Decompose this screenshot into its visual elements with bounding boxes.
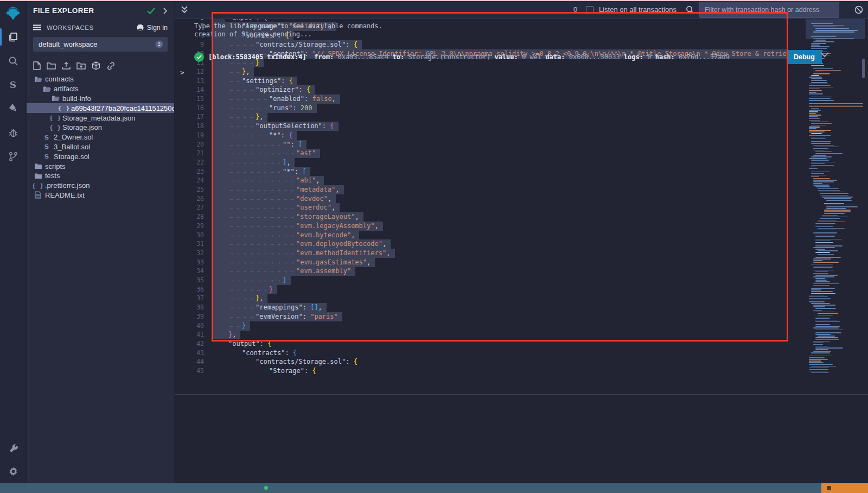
code-line: 15→→→→→→"enabled": false,	[175, 94, 868, 104]
code-line: 42"output": {	[175, 339, 868, 349]
tree-item[interactable]: tests	[27, 171, 174, 181]
line-number: 9	[175, 40, 204, 49]
minimap-line	[811, 291, 833, 292]
tree-item[interactable]: { }.prettierrc.json	[27, 181, 174, 191]
plugin-manager-icon[interactable]	[0, 435, 26, 459]
panel-title: FILE EXPLORER	[33, 7, 147, 15]
settings-gear-icon[interactable]	[0, 459, 26, 483]
status-bar	[0, 483, 868, 493]
minimap-line	[809, 90, 822, 91]
line-number: 14	[175, 85, 204, 94]
minimap-line	[818, 222, 845, 223]
terminal-collapse-icon[interactable]	[181, 6, 188, 14]
minimap-line	[811, 162, 836, 163]
tree-item-label: build-info	[62, 94, 91, 103]
minimap-line	[815, 271, 828, 273]
upload-file-icon[interactable]	[62, 61, 71, 70]
debug-button[interactable]: Debug	[787, 50, 822, 64]
git-icon[interactable]	[0, 144, 26, 168]
tree-item-label: 3_Ballot.sol	[54, 143, 90, 151]
tree-item[interactable]: SStorage.sol	[27, 151, 174, 161]
tx-expand-chevron-icon[interactable]	[820, 52, 829, 58]
tree-item[interactable]: README.txt	[27, 191, 174, 200]
minimap-line	[818, 336, 835, 337]
minimap-line	[811, 289, 821, 290]
minimap-line	[809, 167, 816, 168]
minimap[interactable]	[806, 19, 865, 376]
minimap-line	[813, 262, 839, 263]
search-icon[interactable]	[0, 49, 26, 73]
minimap-line	[813, 344, 823, 345]
transaction-filter-input[interactable]	[699, 2, 839, 18]
status-orange-badge[interactable]	[821, 483, 868, 493]
tree-item[interactable]: { }Storage_metadata.json	[27, 113, 174, 123]
minimap-line	[809, 89, 820, 90]
line-number: 43	[175, 349, 204, 358]
terminal-scrollbar[interactable]	[862, 59, 865, 78]
minimap-line	[811, 82, 827, 83]
minimap-line	[809, 105, 863, 106]
minimap-line	[818, 250, 838, 251]
solidity-compiler-icon[interactable]: S	[0, 73, 26, 97]
code-line: 30→→→→→→→→→→"evm.bytecode",	[175, 231, 868, 240]
minimap-line	[811, 165, 834, 166]
code-line: 35→→→→→→→→]	[175, 276, 868, 285]
minimap-line	[811, 138, 826, 140]
screenshot-top-border	[0, 0, 868, 1]
clear-console-icon[interactable]	[854, 5, 863, 14]
tree-item[interactable]: scripts	[27, 161, 174, 171]
tree-item[interactable]: { }Storage.json	[27, 123, 174, 132]
line-number: 44	[175, 357, 204, 366]
listen-transactions-checkbox[interactable]	[586, 6, 593, 14]
minimap-line	[815, 318, 830, 319]
minimap-line	[815, 347, 843, 349]
line-number: 25	[175, 185, 204, 194]
line-number: 15	[175, 94, 204, 104]
terminal-prompt[interactable]: >	[180, 68, 184, 77]
upload-folder-icon[interactable]	[76, 62, 86, 70]
tree-item-label: tests	[45, 172, 60, 180]
minimap-line	[809, 100, 834, 101]
code-editor[interactable]: 4"solcVersion": "0.8.19",5"solcLongVersi…	[175, 19, 868, 394]
minimap-line	[809, 371, 827, 372]
sign-in-button[interactable]: Sign in	[136, 23, 168, 31]
terminal-search-icon[interactable]	[686, 5, 694, 14]
minimap-line	[809, 168, 818, 169]
file-explorer-icon[interactable]	[0, 25, 26, 49]
panel-forward-icon[interactable]	[163, 8, 168, 14]
tree-item-label: a69b43f277ba20fcac141151250ca7...	[71, 104, 174, 112]
tree-item[interactable]: S3_Ballot.sol	[27, 142, 174, 152]
tree-item[interactable]: artifacts	[27, 84, 174, 94]
new-file-icon[interactable]	[33, 61, 41, 70]
minimap-line	[813, 327, 839, 328]
debugger-icon[interactable]	[0, 121, 26, 144]
minimap-line	[818, 313, 838, 314]
minimap-line	[824, 205, 857, 206]
transaction-row[interactable]: [block:5583405 txIndex:4] from: 0xa03...…	[175, 49, 868, 67]
code-line: 27→→→→→→→→→→"userdoc",	[175, 203, 868, 212]
tree-item[interactable]: S2_Owner.sol	[27, 132, 174, 142]
remix-logo[interactable]	[0, 1, 26, 25]
success-check-icon	[147, 8, 155, 14]
minimap-line	[815, 337, 838, 338]
workspace-select[interactable]: default_workspace	[33, 37, 168, 52]
minimap-line	[815, 312, 835, 313]
new-folder-icon[interactable]	[47, 62, 56, 70]
deploy-run-icon[interactable]	[0, 97, 26, 121]
link-icon[interactable]	[106, 62, 116, 70]
minimap-line	[813, 351, 831, 352]
tree-item[interactable]: build-info	[27, 94, 174, 104]
workspaces-menu-icon[interactable]	[33, 24, 41, 30]
minimap-line	[824, 203, 844, 204]
line-number: 42	[175, 339, 204, 349]
minimap-line	[809, 98, 831, 99]
minimap-line	[811, 264, 833, 265]
minimap-line	[811, 78, 822, 79]
minimap-line	[822, 197, 853, 198]
folder-icon	[33, 163, 43, 169]
ipfs-cube-icon[interactable]	[92, 61, 100, 70]
minimap-line	[813, 267, 833, 268]
minimap-line	[811, 352, 830, 353]
tree-item[interactable]: { }a69b43f277ba20fcac141151250ca7...	[27, 103, 174, 113]
tree-item[interactable]: contracts	[27, 74, 174, 84]
